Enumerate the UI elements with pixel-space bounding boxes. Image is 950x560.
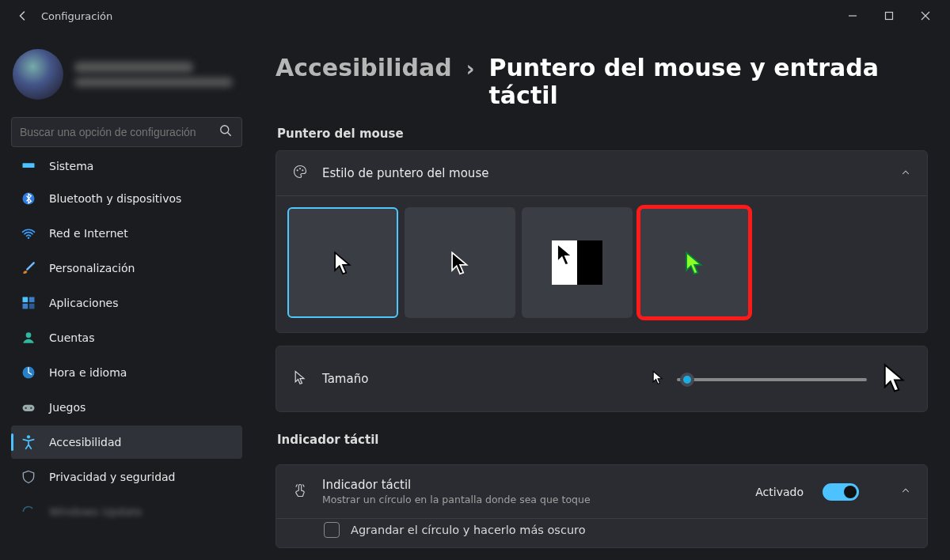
svg-rect-7 — [23, 304, 28, 309]
touch-indicator-toggle[interactable] — [823, 483, 859, 501]
shield-icon — [21, 469, 36, 485]
apps-icon — [21, 295, 36, 311]
svg-rect-6 — [29, 297, 35, 303]
sidebar: Sistema Bluetooth y dispositivos Red e I… — [0, 32, 253, 560]
avatar — [13, 49, 63, 100]
monitor-icon — [21, 160, 36, 176]
enlarge-circle-row[interactable]: Agrandar el círculo y hacerlo más oscuro — [276, 519, 927, 547]
enlarge-circle-label: Agrandar el círculo y hacerlo más oscuro — [351, 524, 586, 536]
sidebar-item-juegos[interactable]: Juegos — [11, 391, 242, 424]
touch-indicator-row[interactable]: Indicador táctil Mostrar un círculo en l… — [276, 465, 927, 518]
titlebar: Configuración — [0, 0, 950, 32]
brush-icon — [21, 260, 36, 276]
svg-rect-5 — [23, 297, 28, 303]
size-label: Tamaño — [322, 372, 368, 386]
sidebar-item-windows-update[interactable]: Windows Update — [11, 495, 242, 528]
sidebar-item-label: Cuentas — [49, 331, 95, 344]
accounts-icon — [21, 330, 36, 346]
profile-block[interactable] — [11, 41, 242, 114]
search-input[interactable] — [20, 126, 211, 138]
palette-icon — [292, 164, 308, 183]
toggle-state-label: Activado — [755, 486, 804, 498]
page-title: Puntero del mouse y entrada táctil — [489, 54, 928, 109]
search-box[interactable] — [11, 117, 242, 147]
back-button[interactable] — [6, 0, 38, 32]
svg-point-14 — [27, 435, 30, 438]
update-icon — [21, 504, 36, 520]
touch-icon — [292, 482, 308, 501]
sidebar-item-privacidad[interactable]: Privacidad y seguridad — [11, 460, 242, 494]
cursor-large-icon — [878, 361, 911, 397]
profile-email-redacted — [74, 78, 233, 87]
pointer-style-inverted[interactable] — [522, 207, 633, 318]
svg-rect-0 — [886, 13, 893, 20]
sidebar-item-personalizacion[interactable]: Personalización — [11, 252, 242, 285]
sidebar-item-bluetooth[interactable]: Bluetooth y dispositivos — [11, 182, 242, 215]
maximize-button[interactable] — [871, 0, 907, 32]
svg-point-12 — [25, 407, 27, 409]
touch-indicator-title: Indicador táctil — [322, 478, 741, 492]
sidebar-item-label: Privacidad y seguridad — [49, 471, 176, 483]
sidebar-item-label: Windows Update — [49, 505, 142, 518]
pointer-style-black[interactable] — [405, 207, 515, 318]
svg-point-13 — [30, 407, 32, 409]
sidebar-item-label: Aplicaciones — [49, 297, 118, 309]
breadcrumb: Accesibilidad › Puntero del mouse y entr… — [276, 54, 928, 109]
svg-rect-2 — [23, 163, 35, 168]
nav-list: Sistema Bluetooth y dispositivos Red e I… — [11, 157, 242, 536]
svg-point-17 — [302, 169, 303, 171]
minimize-button[interactable] — [834, 0, 871, 32]
section-title-touch: Indicador táctil — [277, 433, 928, 447]
svg-point-16 — [299, 168, 301, 169]
svg-point-9 — [26, 332, 32, 338]
cursor-small-icon — [650, 369, 666, 388]
close-button[interactable] — [907, 0, 944, 32]
sidebar-item-aplicaciones[interactable]: Aplicaciones — [11, 286, 242, 320]
window-controls — [834, 0, 944, 32]
pointer-style-panel: Estilo de puntero del mouse — [276, 150, 928, 333]
svg-rect-8 — [29, 304, 35, 309]
touch-indicator-panel: Indicador táctil Mostrar un círculo en l… — [276, 464, 928, 548]
chevron-up-icon — [900, 166, 911, 181]
sidebar-item-label: Juegos — [49, 401, 86, 414]
chevron-right-icon: › — [466, 57, 475, 81]
svg-point-1 — [221, 126, 229, 134]
sidebar-item-sistema[interactable]: Sistema — [11, 157, 242, 180]
pointer-style-white[interactable] — [287, 207, 398, 318]
sidebar-item-label: Hora e idioma — [49, 366, 127, 379]
profile-name-redacted — [74, 62, 193, 73]
accessibility-icon — [21, 434, 36, 450]
sidebar-item-label: Sistema — [49, 160, 93, 172]
search-icon — [218, 123, 234, 142]
gamepad-icon — [21, 399, 36, 415]
sidebar-item-cuentas[interactable]: Cuentas — [11, 321, 242, 354]
sidebar-item-label: Red e Internet — [49, 227, 128, 240]
app-title: Configuración — [41, 10, 112, 22]
pointer-style-options — [276, 196, 927, 332]
sidebar-item-red[interactable]: Red e Internet — [11, 217, 242, 250]
pointer-style-custom[interactable] — [639, 207, 750, 318]
pointer-style-header[interactable]: Estilo de puntero del mouse — [276, 151, 927, 195]
sidebar-item-label: Personalización — [49, 262, 135, 274]
wifi-icon — [21, 225, 36, 241]
pointer-style-label: Estilo de puntero del mouse — [322, 166, 886, 180]
size-slider[interactable] — [677, 371, 867, 387]
svg-point-4 — [28, 237, 30, 240]
section-title-pointer: Puntero del mouse — [277, 127, 928, 141]
sidebar-item-accesibilidad[interactable]: Accesibilidad — [11, 426, 242, 459]
cursor-icon — [292, 369, 308, 388]
clock-globe-icon — [21, 365, 36, 380]
svg-rect-11 — [23, 405, 35, 411]
svg-point-15 — [297, 169, 298, 171]
chevron-up-icon[interactable] — [900, 484, 911, 499]
main-content: Accesibilidad › Puntero del mouse y entr… — [253, 32, 950, 560]
slider-thumb[interactable] — [680, 373, 694, 387]
touch-indicator-desc: Mostrar un círculo en la pantalla donde … — [322, 494, 741, 505]
enlarge-circle-checkbox[interactable] — [324, 522, 340, 538]
sidebar-item-hora[interactable]: Hora e idioma — [11, 356, 242, 389]
sidebar-item-label: Accesibilidad — [49, 436, 121, 448]
breadcrumb-parent[interactable]: Accesibilidad — [276, 54, 452, 81]
pointer-size-panel: Tamaño — [276, 346, 928, 412]
sidebar-item-label: Bluetooth y dispositivos — [49, 192, 181, 205]
bluetooth-icon — [21, 191, 36, 206]
